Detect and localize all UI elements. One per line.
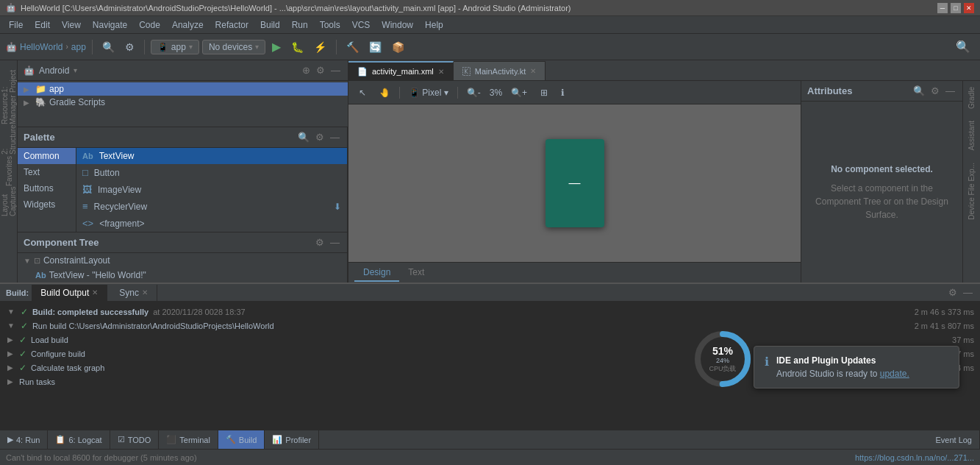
debug-button[interactable]: 🐛	[287, 39, 307, 55]
menu-code[interactable]: Code	[133, 16, 166, 33]
palette-cat-common[interactable]: Common	[18, 148, 76, 164]
palette-item-button[interactable]: □ Button	[76, 164, 347, 181]
breadcrumb-app[interactable]: app	[71, 42, 86, 52]
menu-analyze[interactable]: Analyze	[166, 16, 210, 33]
row3-expand[interactable]: ▶	[6, 348, 15, 359]
palette-search-button[interactable]: 🔍	[296, 130, 311, 144]
palette-cat-text[interactable]: Text	[18, 164, 76, 180]
menu-refactor[interactable]: Refactor	[210, 16, 254, 33]
palette-item-imageview[interactable]: 🖼 ImageView	[76, 181, 347, 198]
attr-search-button[interactable]: 🔍	[912, 84, 926, 98]
palette-settings-button[interactable]: ⚙	[314, 130, 326, 144]
sdk-btn[interactable]: 📦	[388, 39, 408, 55]
comp-tree-settings-button[interactable]: ⚙	[314, 235, 326, 249]
minimize-button[interactable]: ─	[937, 3, 948, 13]
project-locate-button[interactable]: ⊕	[301, 63, 312, 77]
menu-help[interactable]: Help	[419, 16, 449, 33]
breadcrumb-hello-world[interactable]: HelloWorld	[20, 42, 62, 52]
canvas-area[interactable]: — ↗	[348, 104, 801, 262]
sidebar-favorites[interactable]: Favorites	[1, 156, 16, 185]
zoom-in-btn[interactable]: 🔍+	[507, 86, 532, 99]
bts-todo-label: TODO	[128, 436, 151, 444]
build-output-close-icon[interactable]: ✕	[92, 288, 98, 297]
run-button[interactable]: ▶	[268, 38, 285, 56]
palette-item-textview[interactable]: Ab TextView	[76, 148, 347, 164]
tab-main-activity-close[interactable]: ✕	[530, 67, 536, 75]
menu-tools[interactable]: Tools	[314, 16, 346, 33]
comp-item-textview[interactable]: Ab TextView - "Hello World!"	[18, 268, 347, 283]
tree-item-app[interactable]: ▶ 📁 app	[18, 82, 348, 96]
toolbar-search-button[interactable]: 🔍	[99, 39, 118, 55]
menu-edit[interactable]: Edit	[29, 16, 56, 33]
toolbar-sep-2	[144, 40, 145, 54]
tab-main-activity[interactable]: 🇰 MainActivity.kt ✕	[454, 61, 546, 80]
title-bar-controls[interactable]: ─ □ ✕	[937, 3, 974, 13]
comp-tree-close-button[interactable]: —	[329, 235, 341, 249]
row4-expand[interactable]: ▶	[6, 362, 15, 373]
palette-cat-widgets[interactable]: Widgets	[18, 196, 76, 213]
attr-close-button[interactable]: —	[944, 84, 956, 98]
app-config-dropdown[interactable]: 📱 app ▾	[151, 40, 199, 54]
design-select-mode[interactable]: ↖	[354, 86, 371, 99]
project-dropdown-arrow[interactable]: ▾	[74, 66, 77, 74]
build-btn[interactable]: 🔨	[343, 39, 362, 55]
menu-file[interactable]: File	[3, 16, 29, 33]
close-button[interactable]: ✕	[964, 3, 974, 13]
project-collapse-button[interactable]: —	[329, 63, 342, 77]
notification-link[interactable]: update.	[880, 369, 909, 379]
sidebar-resource-manager[interactable]: Resource Manager	[1, 94, 16, 124]
palette-header: Palette 🔍 ⚙ —	[18, 127, 347, 148]
comp-item-constraint[interactable]: ▼ ⊡ ConstraintLayout	[18, 253, 347, 268]
sidebar-structure[interactable]: 2: Structure	[1, 125, 16, 155]
sync-tab-close-icon[interactable]: ✕	[142, 288, 148, 297]
palette-item-recyclerview[interactable]: ≡ RecyclerView ⬇	[76, 198, 347, 215]
design-pan-mode[interactable]: 🤚	[375, 86, 395, 99]
project-settings-button[interactable]: ⚙	[315, 63, 326, 77]
bts-terminal[interactable]: ⬛ Terminal	[159, 430, 218, 449]
menu-run[interactable]: Run	[286, 16, 314, 33]
tree-item-gradle[interactable]: ▶ 🐘 Gradle Scripts	[18, 96, 348, 109]
sync-btn[interactable]: 🔄	[365, 39, 385, 55]
right-strip-device-file[interactable]: Device File Exp...	[966, 157, 977, 226]
attr-settings-button[interactable]: ⚙	[929, 84, 941, 98]
bottom-tab-sync[interactable]: Sync ✕	[110, 285, 157, 301]
zoom-fit-btn[interactable]: ⊞	[536, 86, 552, 99]
zoom-out-btn[interactable]: 🔍-	[462, 86, 485, 99]
palette-item-fragment[interactable]: <> <fragment>	[76, 215, 347, 232]
toolbar-gear-button[interactable]: ⚙	[121, 39, 138, 55]
menu-build[interactable]: Build	[254, 16, 286, 33]
menu-view[interactable]: View	[56, 16, 87, 33]
design-tab-text[interactable]: Text	[399, 264, 433, 282]
row2-expand[interactable]: ▶	[6, 334, 15, 345]
sidebar-project[interactable]: 1: Project	[1, 63, 16, 93]
menu-window[interactable]: Window	[376, 16, 419, 33]
info-btn[interactable]: ℹ	[557, 86, 569, 99]
device-dropdown-btn[interactable]: 📱 Pixel ▾	[404, 86, 453, 99]
bts-run[interactable]: ▶ 4: Run	[0, 430, 48, 449]
bts-profiler[interactable]: 📊 Profiler	[265, 430, 319, 449]
maximize-button[interactable]: □	[951, 3, 961, 13]
toolbar-search-all-button[interactable]: 🔍	[952, 38, 974, 56]
bts-logcat[interactable]: 📋 6: Logcat	[48, 430, 110, 449]
right-strip-assistant[interactable]: Assistant	[966, 115, 977, 157]
right-strip-gradle[interactable]: Gradle	[966, 81, 977, 115]
tab-activity-main[interactable]: 📄 activity_main.xml ✕	[348, 61, 454, 80]
bts-todo[interactable]: ☑ TODO	[110, 430, 160, 449]
bottom-tab-build-output[interactable]: Build Output ✕	[32, 285, 107, 301]
row0-expand[interactable]: ▼	[6, 306, 16, 317]
sidebar-layout-captures[interactable]: Layout Captures	[1, 187, 16, 216]
palette-close-button[interactable]: —	[329, 130, 341, 144]
bts-event-log[interactable]: Event Log	[928, 430, 980, 449]
bottom-settings-btn[interactable]: ⚙	[947, 285, 959, 299]
menu-vcs[interactable]: VCS	[346, 16, 376, 33]
bottom-collapse-btn[interactable]: —	[962, 285, 974, 299]
bts-build[interactable]: 🔨 Build	[218, 430, 265, 449]
menu-navigate[interactable]: Navigate	[87, 16, 133, 33]
tab-activity-main-close[interactable]: ✕	[438, 68, 444, 76]
palette-cat-buttons[interactable]: Buttons	[18, 180, 76, 196]
profile-button[interactable]: ⚡	[310, 39, 330, 55]
row5-expand[interactable]: ▶	[6, 376, 15, 387]
device-dropdown[interactable]: No devices ▾	[202, 40, 265, 54]
row1-expand[interactable]: ▼	[6, 320, 16, 331]
design-tab-design[interactable]: Design	[354, 264, 399, 282]
